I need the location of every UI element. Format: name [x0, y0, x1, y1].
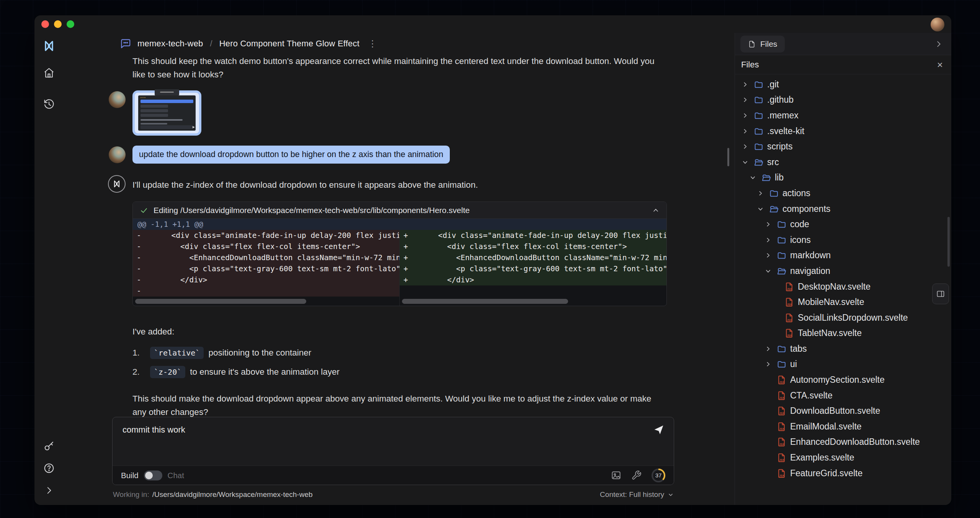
attach-image-icon[interactable] — [611, 470, 621, 480]
chevron-right-icon[interactable] — [740, 112, 750, 119]
context-usage-ring[interactable]: 37 — [652, 469, 665, 482]
files-tab[interactable]: Files — [740, 36, 785, 52]
chevron-right-icon[interactable] — [763, 346, 773, 352]
chevron-down-icon[interactable] — [756, 206, 765, 212]
chat-column: memex-tech-web / Hero Component Theme Gl… — [64, 33, 735, 505]
close-window-button[interactable] — [41, 20, 49, 28]
tree-folder-.git[interactable]: .git — [735, 77, 951, 92]
tree-file-MobileNav.svelte[interactable]: JSXMobileNav.svelte — [735, 294, 951, 310]
tree-folder-scripts[interactable]: scripts — [735, 139, 951, 154]
svelte-file-icon: JSX — [784, 313, 794, 323]
history-icon[interactable] — [42, 97, 56, 111]
collapse-chevron-icon[interactable] — [652, 207, 660, 214]
tree-folder-src[interactable]: src — [735, 154, 951, 170]
tree-folder-ui[interactable]: ui — [735, 357, 951, 372]
kebab-menu-icon[interactable]: ⋮ — [366, 39, 379, 48]
tree-folder-actions[interactable]: actions — [735, 185, 951, 201]
tree-folder-.svelte-kit[interactable]: .svelte-kit — [735, 123, 951, 139]
tree-item-label: EnhancedDownloadButton.svelte — [790, 437, 920, 447]
composer-toolbar: Build Chat — [113, 466, 674, 485]
breadcrumb-project[interactable]: memex-tech-web — [137, 39, 203, 49]
folder-icon — [769, 189, 779, 198]
tree-item-label: .memex — [767, 110, 799, 121]
minimize-window-button[interactable] — [54, 20, 62, 28]
diff-line: + <EnhancedDownloadButton className="min… — [400, 252, 666, 263]
tree-item-label: EmailModal.svelte — [790, 421, 862, 432]
list-item-text: to ensure it's above the animation layer — [190, 367, 340, 377]
chevron-right-icon[interactable] — [756, 190, 765, 197]
svelte-file-icon: JSX — [776, 375, 786, 385]
chevron-down-icon[interactable] — [740, 159, 750, 166]
chevron-right-icon[interactable] — [763, 237, 773, 243]
svg-text:JSX: JSX — [787, 303, 792, 306]
files-panel-tabs: Files — [735, 33, 951, 55]
tree-folder-icons[interactable]: icons — [735, 232, 951, 248]
tree-file-DesktopNav.svelte[interactable]: JSXDesktopNav.svelte — [735, 279, 951, 295]
home-icon[interactable] — [42, 66, 56, 80]
tree-folder-markdown[interactable]: markdown — [735, 248, 951, 264]
context-selector[interactable]: Context: Full history — [600, 490, 674, 499]
send-icon[interactable] — [652, 423, 665, 436]
tools-wrench-icon[interactable] — [631, 470, 642, 480]
chevron-down-icon[interactable] — [763, 268, 773, 274]
zoom-window-button[interactable] — [67, 20, 74, 28]
message-input[interactable]: commit this work — [113, 417, 674, 466]
chevron-right-icon[interactable] — [763, 221, 773, 228]
chevron-right-icon[interactable] — [740, 128, 750, 134]
diff-left-hscrollbar[interactable] — [134, 298, 398, 304]
chevron-right-icon[interactable] — [740, 97, 750, 103]
mode-toggle[interactable] — [144, 470, 162, 480]
diff-card-header[interactable]: Editing /Users/davidgilmore/Workspace/me… — [133, 202, 666, 219]
tree-file-SocialLinksDropdown.svelte[interactable]: JSXSocialLinksDropdown.svelte — [735, 310, 951, 326]
files-tab-label: Files — [760, 39, 777, 49]
chevron-right-icon[interactable] — [763, 252, 773, 259]
tree-folder-.github[interactable]: .github — [735, 92, 951, 108]
inline-code-chip: `z-20` — [150, 366, 185, 378]
tree-folder-tabs[interactable]: tabs — [735, 341, 951, 357]
build-mode-label: Build — [121, 471, 139, 480]
working-in-label: Working in: — [113, 490, 149, 499]
tree-file-TabletNav.svelte[interactable]: JSXTabletNav.svelte — [735, 326, 951, 341]
collapse-panel-chevron-icon[interactable] — [934, 40, 943, 48]
tree-file-DownloadButton.svelte[interactable]: JSXDownloadButton.svelte — [735, 403, 951, 419]
chat-scrollbar[interactable] — [727, 148, 729, 166]
breadcrumb-page-title: Hero Component Theme Glow Effect — [219, 39, 359, 49]
tree-file-EnhancedDownloadButton.svelte[interactable]: JSXEnhancedDownloadButton.svelte — [735, 434, 951, 450]
chevron-right-icon[interactable] — [740, 143, 750, 150]
tree-folder-components[interactable]: components — [735, 201, 951, 217]
expand-rail-chevron-icon[interactable] — [42, 484, 56, 497]
tree-folder-code[interactable]: code — [735, 216, 951, 232]
tree-item-label: MobileNav.svelte — [798, 297, 864, 307]
diff-left-lines: - <div class="animate-fade-in-up delay-2… — [133, 230, 399, 297]
tree-file-EmailModal.svelte[interactable]: JSXEmailModal.svelte — [735, 419, 951, 434]
close-icon[interactable]: × — [937, 60, 943, 70]
help-icon[interactable] — [42, 461, 56, 475]
diff-right-hscrollbar[interactable] — [401, 298, 665, 304]
svelte-file-icon: JSX — [776, 391, 786, 400]
tree-folder-lib[interactable]: lib — [735, 170, 951, 186]
svelte-file-icon: JSX — [776, 422, 786, 431]
tree-item-label: navigation — [790, 266, 830, 276]
tree-folder-.memex[interactable]: .memex — [735, 108, 951, 123]
working-in-path: /Users/davidgilmore/Workspace/memex-tech… — [152, 490, 313, 499]
folder-icon — [753, 126, 763, 136]
tree-folder-navigation[interactable]: navigation — [735, 263, 951, 279]
panel-toggle-button[interactable] — [932, 284, 949, 304]
folder-icon — [761, 173, 771, 182]
svelte-file-icon: JSX — [776, 453, 786, 462]
tree-file-AutonomySection.svelte[interactable]: JSXAutonomySection.svelte — [735, 372, 951, 388]
tree-file-CTA.svelte[interactable]: JSXCTA.svelte — [735, 388, 951, 403]
chevron-right-icon[interactable] — [763, 361, 773, 367]
svelte-file-icon: JSX — [776, 469, 786, 478]
files-scrollbar[interactable] — [947, 217, 950, 267]
chevron-right-icon[interactable] — [740, 81, 750, 88]
svg-text:JSX: JSX — [779, 412, 784, 415]
diff-line: + <div class="animate-fade-in-up delay-2… — [400, 230, 666, 241]
key-icon[interactable] — [42, 439, 56, 453]
tree-file-Examples.svelte[interactable]: JSXExamples.svelte — [735, 450, 951, 466]
user-account-avatar[interactable] — [931, 18, 944, 31]
chevron-down-icon[interactable] — [748, 174, 757, 181]
attached-screenshot-thumbnail[interactable] — [132, 90, 201, 136]
svg-text:JSX: JSX — [787, 334, 792, 337]
tree-file-FeatureGrid.svelte[interactable]: JSXFeatureGrid.svelte — [735, 466, 951, 481]
